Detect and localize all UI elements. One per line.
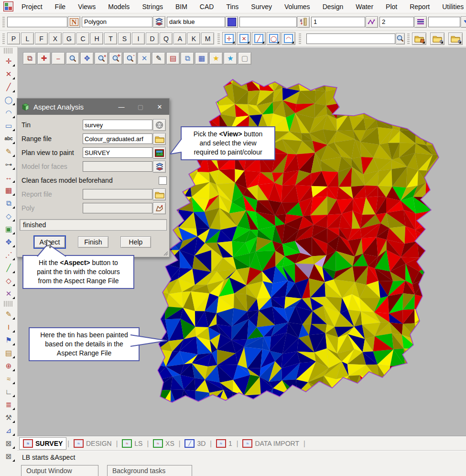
menu-models[interactable]: Models <box>102 3 136 11</box>
favourites-button[interactable]: ★ <box>209 52 223 65</box>
cross-points-icon[interactable]: ✕ <box>1 67 16 80</box>
toolbar-grip[interactable] <box>217 33 220 44</box>
menu-file[interactable]: File <box>49 3 72 11</box>
menu-survey[interactable]: Survey <box>245 3 278 11</box>
menu-plot[interactable]: Plot <box>379 3 403 11</box>
create-point-icon[interactable]: ✛ <box>1 55 16 67</box>
menu-bim[interactable]: BIM <box>169 3 194 11</box>
create-circle-icon[interactable]: ◯ <box>1 93 16 106</box>
mode-button-l[interactable]: L <box>21 33 34 44</box>
sidebar-grip[interactable] <box>4 301 13 307</box>
ibeam-icon[interactable]: I <box>1 321 16 333</box>
background-tasks-button[interactable]: Background tasks <box>107 465 192 476</box>
menu-utilities[interactable]: Utilities <box>436 3 466 11</box>
menu-project[interactable]: Project <box>15 3 49 11</box>
toolbar-grip[interactable] <box>2 33 5 44</box>
move-tool-icon[interactable]: ✥ <box>1 235 16 248</box>
tin-picker-button[interactable] <box>153 119 166 131</box>
range-file-button[interactable] <box>153 133 166 145</box>
colour-field[interactable] <box>167 17 225 27</box>
line-snap-button[interactable]: ╱ <box>252 32 266 45</box>
mode-button-t[interactable]: T <box>104 33 117 44</box>
create-line-icon[interactable]: ╱ <box>1 80 16 93</box>
weight-field[interactable] <box>379 17 414 27</box>
view-tab-data-import[interactable]: ≈DATA IMPORT <box>239 438 303 449</box>
zoom-dynamic-button[interactable]: ± <box>95 52 108 65</box>
menu-strings[interactable]: Strings <box>136 3 169 11</box>
output-window-button[interactable]: Output Window <box>21 465 98 476</box>
menu-views[interactable]: Views <box>72 3 102 11</box>
mode-button-c[interactable]: C <box>76 33 89 44</box>
report-file-button[interactable] <box>153 188 166 200</box>
zoom-previous-button[interactable]: ◔ <box>123 52 137 65</box>
plan-view-to-paint-input[interactable] <box>83 147 152 158</box>
model-for-faces-input[interactable] <box>83 161 152 172</box>
resize-grip[interactable] <box>163 250 168 256</box>
zoom-window-button[interactable]: ✛ <box>109 52 122 65</box>
mode-button-f[interactable]: F <box>35 33 48 44</box>
view-picker-button[interactable] <box>153 147 166 159</box>
dialog-title-bar[interactable]: Aspect Analysis — ▢ ✕ <box>17 99 169 115</box>
mode-button-m[interactable]: M <box>201 33 214 44</box>
polygon-tool-icon[interactable]: ◇ <box>1 210 16 222</box>
menu-tins[interactable]: Tins <box>220 3 245 11</box>
menu-design[interactable]: Design <box>316 3 350 11</box>
view-tab-xs[interactable]: ≈XS <box>150 438 178 449</box>
linestyle-picker-button[interactable] <box>366 16 378 28</box>
sketch-pencil-icon[interactable]: ✎ <box>1 308 16 321</box>
plot-sheet-alt-icon[interactable]: ⊠ <box>1 450 16 463</box>
print-button[interactable]: ▤ <box>166 52 180 65</box>
paint-points-icon[interactable]: ✎ <box>1 145 16 158</box>
mode-button-g[interactable]: G <box>63 33 76 44</box>
close-button[interactable]: ✕ <box>150 99 169 115</box>
help-button[interactable]: Help <box>120 236 151 248</box>
template-picker-button[interactable] <box>153 16 165 28</box>
name-box-button[interactable]: N <box>68 16 80 28</box>
create-arc-icon[interactable]: ◠ <box>1 106 16 119</box>
copy-window-icon[interactable]: ⧉ <box>1 197 16 210</box>
tools-folder-button[interactable]: ⚙ <box>430 33 444 45</box>
view-tab-ls[interactable]: ≈LS <box>119 438 146 449</box>
hammer-tool-icon[interactable]: ⚒ <box>1 411 16 424</box>
smooth-line-icon[interactable]: ≈ <box>1 372 16 385</box>
window-button[interactable]: ▢ <box>238 52 251 65</box>
menu-water[interactable]: Water <box>349 3 379 11</box>
dropdown-button[interactable] <box>461 16 466 28</box>
clean-faces-checkbox[interactable] <box>159 177 167 185</box>
range-file-input[interactable] <box>83 133 152 144</box>
view-tab-1[interactable]: ≈1 <box>213 438 236 449</box>
colour-segment-icon[interactable]: ╱ <box>1 261 16 274</box>
toolbar-grip[interactable] <box>407 33 410 44</box>
colour-picker-button[interactable] <box>226 16 238 28</box>
copy-view-button[interactable]: ⧉ <box>181 52 194 65</box>
linestyle-field[interactable] <box>311 17 365 27</box>
delete-tool-icon[interactable]: ✕ <box>1 287 16 300</box>
tinable-field[interactable] <box>428 17 460 27</box>
toolbar-grip[interactable] <box>2 17 5 27</box>
view-tab-survey[interactable]: ≈SURVEY <box>19 437 66 450</box>
height-picker-button[interactable]: z <box>297 16 310 28</box>
grid-table-icon[interactable]: ▦ <box>1 184 16 197</box>
mode-button-d[interactable]: D <box>146 33 159 44</box>
poly-picker-button[interactable] <box>153 202 166 214</box>
brush-button[interactable]: ✎ <box>152 52 165 65</box>
finish-button[interactable]: Finish <box>78 236 108 248</box>
plot-sheet-icon[interactable]: ⊠ <box>1 437 16 450</box>
edit-note-icon[interactable]: ▤ <box>1 346 16 359</box>
weight-picker-button[interactable] <box>414 16 427 28</box>
mode-button-a[interactable]: A <box>173 33 186 44</box>
polygon-edit-icon[interactable]: ◇ <box>1 274 16 287</box>
minimize-button[interactable]: — <box>112 99 131 115</box>
mode-button-x[interactable]: X <box>49 33 62 44</box>
mode-button-h[interactable]: H <box>90 33 103 44</box>
poly-input[interactable] <box>83 203 152 213</box>
height-field[interactable] <box>239 17 297 27</box>
arc-snap-button[interactable]: ◠ <box>282 32 295 45</box>
toolbar-grip[interactable] <box>299 33 301 44</box>
plot-grid-button[interactable]: ▦ <box>195 52 208 65</box>
search-button[interactable] <box>396 33 405 44</box>
sidebar-grip[interactable] <box>4 48 13 54</box>
name-field[interactable] <box>7 17 67 27</box>
template-field[interactable] <box>82 17 152 27</box>
image-insert-icon[interactable]: ▣ <box>1 222 16 235</box>
